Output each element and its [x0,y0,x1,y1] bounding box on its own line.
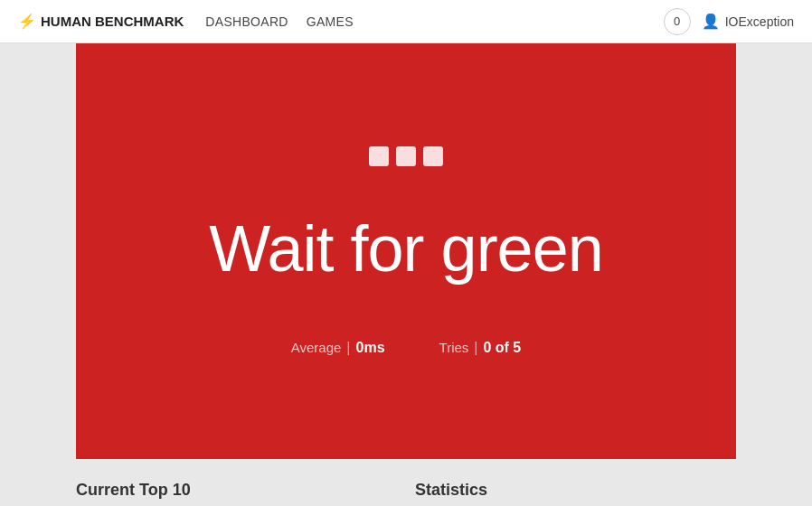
dot-3 [423,146,443,166]
bolt-icon: ⚡ [18,13,36,30]
content-column: Wait for green Average | 0ms Tries | 0 o… [76,43,736,506]
score-badge: 0 [664,8,691,35]
game-title: Wait for green [209,211,603,286]
average-value: 0ms [356,340,385,356]
bottom-section: Current Top 10 Statistics [76,459,736,506]
average-stat: Average | 0ms [291,340,385,356]
average-label: Average [291,340,342,355]
dot-1 [369,146,389,166]
navbar: ⚡ HUMAN BENCHMARK DASHBOARD GAMES 0 👤 IO… [0,0,812,43]
tries-value: 0 of 5 [483,340,521,356]
top10-card: Current Top 10 [76,481,397,506]
tries-stat: Tries | 0 of 5 [439,340,522,356]
nav-right: 0 👤 IOException [664,8,794,35]
tries-label: Tries [439,340,469,355]
nav-links: DASHBOARD GAMES [205,14,353,30]
average-separator: | [346,340,350,356]
tries-separator: | [474,340,477,356]
user-button[interactable]: 👤 IOException [702,13,794,30]
dots-row [369,146,443,166]
nav-games[interactable]: GAMES [307,14,354,29]
brand-name: HUMAN BENCHMARK [41,14,184,29]
user-icon: 👤 [702,13,720,30]
username: IOException [725,14,794,29]
statistics-card: Statistics [415,481,736,506]
page-wrapper: Wait for green Average | 0ms Tries | 0 o… [0,43,812,506]
brand-link[interactable]: ⚡ HUMAN BENCHMARK [18,13,184,30]
game-area[interactable]: Wait for green Average | 0ms Tries | 0 o… [76,43,736,459]
game-stats: Average | 0ms Tries | 0 of 5 [291,340,522,356]
dot-2 [396,146,416,166]
statistics-heading: Statistics [415,481,736,500]
nav-dashboard[interactable]: DASHBOARD [205,14,288,29]
top10-heading: Current Top 10 [76,481,397,500]
